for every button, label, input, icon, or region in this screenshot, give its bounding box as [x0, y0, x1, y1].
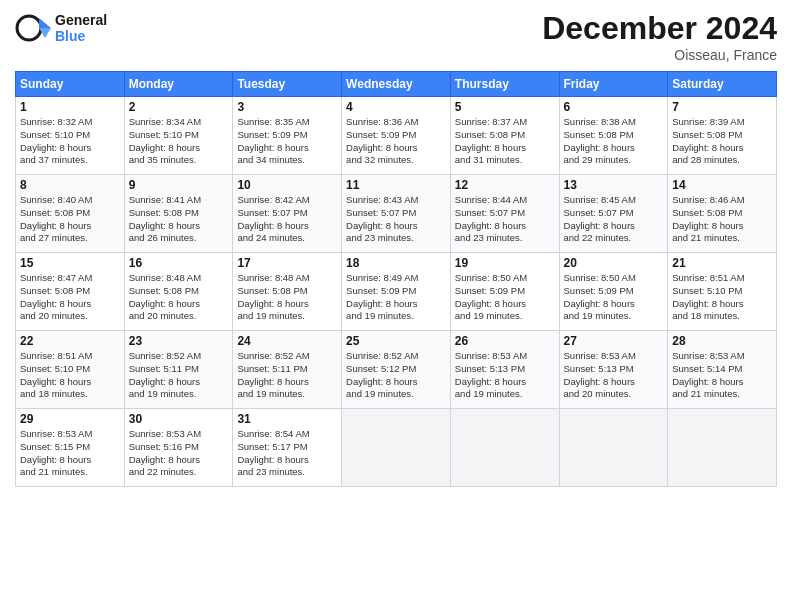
- day-number: 28: [672, 334, 772, 348]
- location-subtitle: Oisseau, France: [542, 47, 777, 63]
- calendar-cell: 13Sunrise: 8:45 AM Sunset: 5:07 PM Dayli…: [559, 175, 668, 253]
- day-number: 15: [20, 256, 120, 270]
- day-detail: Sunrise: 8:46 AM Sunset: 5:08 PM Dayligh…: [672, 194, 772, 245]
- day-header-friday: Friday: [559, 72, 668, 97]
- calendar-cell: 8Sunrise: 8:40 AM Sunset: 5:08 PM Daylig…: [16, 175, 125, 253]
- day-header-saturday: Saturday: [668, 72, 777, 97]
- day-detail: Sunrise: 8:53 AM Sunset: 5:13 PM Dayligh…: [564, 350, 664, 401]
- day-number: 8: [20, 178, 120, 192]
- calendar-cell: 5Sunrise: 8:37 AM Sunset: 5:08 PM Daylig…: [450, 97, 559, 175]
- day-detail: Sunrise: 8:40 AM Sunset: 5:08 PM Dayligh…: [20, 194, 120, 245]
- day-number: 19: [455, 256, 555, 270]
- day-number: 6: [564, 100, 664, 114]
- calendar-cell: 24Sunrise: 8:52 AM Sunset: 5:11 PM Dayli…: [233, 331, 342, 409]
- calendar-cell: [559, 409, 668, 487]
- day-number: 24: [237, 334, 337, 348]
- day-detail: Sunrise: 8:39 AM Sunset: 5:08 PM Dayligh…: [672, 116, 772, 167]
- day-number: 21: [672, 256, 772, 270]
- day-number: 27: [564, 334, 664, 348]
- calendar-cell: 11Sunrise: 8:43 AM Sunset: 5:07 PM Dayli…: [342, 175, 451, 253]
- day-number: 12: [455, 178, 555, 192]
- title-area: December 2024 Oisseau, France: [542, 10, 777, 63]
- day-number: 14: [672, 178, 772, 192]
- calendar-cell: 25Sunrise: 8:52 AM Sunset: 5:12 PM Dayli…: [342, 331, 451, 409]
- svg-marker-1: [39, 18, 51, 28]
- calendar-cell: 18Sunrise: 8:49 AM Sunset: 5:09 PM Dayli…: [342, 253, 451, 331]
- day-number: 9: [129, 178, 229, 192]
- calendar-cell: 6Sunrise: 8:38 AM Sunset: 5:08 PM Daylig…: [559, 97, 668, 175]
- day-detail: Sunrise: 8:44 AM Sunset: 5:07 PM Dayligh…: [455, 194, 555, 245]
- calendar-cell: 12Sunrise: 8:44 AM Sunset: 5:07 PM Dayli…: [450, 175, 559, 253]
- calendar-cell: 30Sunrise: 8:53 AM Sunset: 5:16 PM Dayli…: [124, 409, 233, 487]
- day-number: 29: [20, 412, 120, 426]
- day-detail: Sunrise: 8:49 AM Sunset: 5:09 PM Dayligh…: [346, 272, 446, 323]
- day-detail: Sunrise: 8:48 AM Sunset: 5:08 PM Dayligh…: [237, 272, 337, 323]
- calendar-cell: 4Sunrise: 8:36 AM Sunset: 5:09 PM Daylig…: [342, 97, 451, 175]
- day-number: 1: [20, 100, 120, 114]
- day-number: 23: [129, 334, 229, 348]
- day-detail: Sunrise: 8:50 AM Sunset: 5:09 PM Dayligh…: [455, 272, 555, 323]
- calendar-cell: 10Sunrise: 8:42 AM Sunset: 5:07 PM Dayli…: [233, 175, 342, 253]
- calendar-cell: 27Sunrise: 8:53 AM Sunset: 5:13 PM Dayli…: [559, 331, 668, 409]
- logo-blue: Blue: [55, 28, 107, 44]
- day-detail: Sunrise: 8:34 AM Sunset: 5:10 PM Dayligh…: [129, 116, 229, 167]
- logo-icon: [15, 10, 51, 46]
- calendar-cell: 20Sunrise: 8:50 AM Sunset: 5:09 PM Dayli…: [559, 253, 668, 331]
- calendar-cell: 16Sunrise: 8:48 AM Sunset: 5:08 PM Dayli…: [124, 253, 233, 331]
- day-number: 3: [237, 100, 337, 114]
- calendar-cell: 3Sunrise: 8:35 AM Sunset: 5:09 PM Daylig…: [233, 97, 342, 175]
- day-number: 10: [237, 178, 337, 192]
- day-detail: Sunrise: 8:45 AM Sunset: 5:07 PM Dayligh…: [564, 194, 664, 245]
- calendar-cell: 19Sunrise: 8:50 AM Sunset: 5:09 PM Dayli…: [450, 253, 559, 331]
- calendar-cell: 31Sunrise: 8:54 AM Sunset: 5:17 PM Dayli…: [233, 409, 342, 487]
- day-header-wednesday: Wednesday: [342, 72, 451, 97]
- day-number: 7: [672, 100, 772, 114]
- day-detail: Sunrise: 8:38 AM Sunset: 5:08 PM Dayligh…: [564, 116, 664, 167]
- calendar-cell: [668, 409, 777, 487]
- day-detail: Sunrise: 8:36 AM Sunset: 5:09 PM Dayligh…: [346, 116, 446, 167]
- month-title: December 2024: [542, 10, 777, 47]
- day-number: 31: [237, 412, 337, 426]
- calendar-cell: 26Sunrise: 8:53 AM Sunset: 5:13 PM Dayli…: [450, 331, 559, 409]
- day-number: 22: [20, 334, 120, 348]
- day-detail: Sunrise: 8:51 AM Sunset: 5:10 PM Dayligh…: [672, 272, 772, 323]
- day-number: 11: [346, 178, 446, 192]
- calendar-cell: 9Sunrise: 8:41 AM Sunset: 5:08 PM Daylig…: [124, 175, 233, 253]
- day-number: 2: [129, 100, 229, 114]
- day-detail: Sunrise: 8:47 AM Sunset: 5:08 PM Dayligh…: [20, 272, 120, 323]
- day-detail: Sunrise: 8:53 AM Sunset: 5:15 PM Dayligh…: [20, 428, 120, 479]
- calendar-table: SundayMondayTuesdayWednesdayThursdayFrid…: [15, 71, 777, 487]
- calendar-cell: 22Sunrise: 8:51 AM Sunset: 5:10 PM Dayli…: [16, 331, 125, 409]
- day-detail: Sunrise: 8:52 AM Sunset: 5:11 PM Dayligh…: [129, 350, 229, 401]
- day-header-sunday: Sunday: [16, 72, 125, 97]
- day-detail: Sunrise: 8:53 AM Sunset: 5:13 PM Dayligh…: [455, 350, 555, 401]
- day-detail: Sunrise: 8:32 AM Sunset: 5:10 PM Dayligh…: [20, 116, 120, 167]
- calendar-cell: 1Sunrise: 8:32 AM Sunset: 5:10 PM Daylig…: [16, 97, 125, 175]
- calendar-cell: [450, 409, 559, 487]
- calendar-cell: 14Sunrise: 8:46 AM Sunset: 5:08 PM Dayli…: [668, 175, 777, 253]
- day-number: 25: [346, 334, 446, 348]
- day-detail: Sunrise: 8:41 AM Sunset: 5:08 PM Dayligh…: [129, 194, 229, 245]
- day-number: 5: [455, 100, 555, 114]
- calendar-cell: 23Sunrise: 8:52 AM Sunset: 5:11 PM Dayli…: [124, 331, 233, 409]
- calendar-cell: [342, 409, 451, 487]
- day-detail: Sunrise: 8:48 AM Sunset: 5:08 PM Dayligh…: [129, 272, 229, 323]
- calendar-cell: 29Sunrise: 8:53 AM Sunset: 5:15 PM Dayli…: [16, 409, 125, 487]
- day-detail: Sunrise: 8:37 AM Sunset: 5:08 PM Dayligh…: [455, 116, 555, 167]
- day-number: 26: [455, 334, 555, 348]
- day-detail: Sunrise: 8:52 AM Sunset: 5:12 PM Dayligh…: [346, 350, 446, 401]
- day-detail: Sunrise: 8:51 AM Sunset: 5:10 PM Dayligh…: [20, 350, 120, 401]
- calendar-cell: 2Sunrise: 8:34 AM Sunset: 5:10 PM Daylig…: [124, 97, 233, 175]
- day-header-thursday: Thursday: [450, 72, 559, 97]
- day-number: 13: [564, 178, 664, 192]
- day-detail: Sunrise: 8:50 AM Sunset: 5:09 PM Dayligh…: [564, 272, 664, 323]
- calendar-cell: 7Sunrise: 8:39 AM Sunset: 5:08 PM Daylig…: [668, 97, 777, 175]
- svg-point-0: [17, 16, 41, 40]
- day-detail: Sunrise: 8:53 AM Sunset: 5:16 PM Dayligh…: [129, 428, 229, 479]
- calendar-cell: 15Sunrise: 8:47 AM Sunset: 5:08 PM Dayli…: [16, 253, 125, 331]
- day-detail: Sunrise: 8:53 AM Sunset: 5:14 PM Dayligh…: [672, 350, 772, 401]
- day-number: 20: [564, 256, 664, 270]
- day-number: 4: [346, 100, 446, 114]
- day-detail: Sunrise: 8:42 AM Sunset: 5:07 PM Dayligh…: [237, 194, 337, 245]
- day-number: 18: [346, 256, 446, 270]
